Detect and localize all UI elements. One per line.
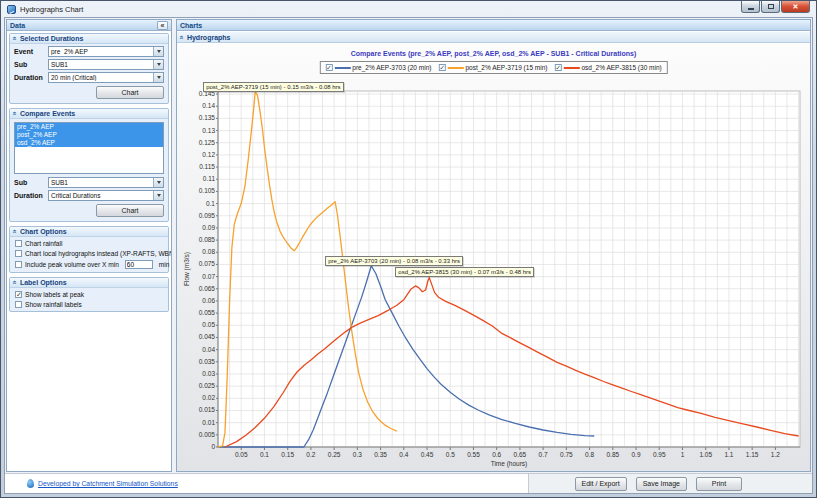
group-selected-durations: « Selected Durations Event pre_2% AEP Su… [9, 33, 169, 104]
group-label-options-header[interactable]: « Label Options [10, 278, 168, 288]
list-item[interactable]: pre_2% AEP [15, 123, 163, 131]
legend-checkbox[interactable]: ✓ [554, 64, 561, 71]
legend-checkbox[interactable]: ✓ [325, 64, 332, 71]
chart-button-selected[interactable]: Chart [96, 86, 164, 99]
checkbox[interactable] [15, 261, 22, 268]
close-button[interactable]: ✕ [781, 1, 810, 13]
compare-sub-row: Sub SUB1 [14, 177, 164, 188]
x-tick-label: 0.55 [467, 451, 480, 458]
x-tick-label: 0.8 [585, 451, 594, 458]
legend-line-swatch [334, 67, 350, 69]
dropdown-button[interactable] [153, 178, 163, 187]
sub-dropdown[interactable]: SUB1 [48, 59, 164, 70]
collapse-group-icon: « [11, 37, 18, 41]
group-compare-events-header[interactable]: « Compare Events [10, 109, 168, 119]
y-tick-label: 0.05 [202, 321, 215, 328]
maximize-button[interactable] [761, 1, 780, 13]
save-image-button[interactable]: Save Image [636, 477, 687, 491]
compare-events-list[interactable]: pre_2% AEP post_2% AEP osd_2% AEP [14, 122, 164, 174]
list-item[interactable]: osd_2% AEP [15, 139, 163, 147]
checkbox[interactable] [15, 240, 22, 247]
x-tick-label: 1 [681, 451, 685, 458]
duration-dropdown[interactable]: 20 min (Critical) [48, 72, 164, 83]
chart-button-compare[interactable]: Chart [96, 204, 164, 217]
y-tick-label: 0.14 [202, 102, 215, 109]
y-tick-label: 0.04 [202, 346, 215, 353]
sub-row: Sub SUB1 [14, 59, 164, 70]
list-item[interactable]: post_2% AEP [15, 131, 163, 139]
edit-export-button[interactable]: Edit / Export [575, 477, 627, 491]
x-tick-label: 0.3 [353, 451, 362, 458]
dropdown-button[interactable] [153, 191, 163, 200]
group-label-options: « Label Options Show labels at peak Show… [9, 277, 169, 312]
group-selected-durations-header[interactable]: « Selected Durations [10, 34, 168, 44]
legend-label: osd_2% AEP-3815 (30 min) [581, 64, 661, 71]
group-chart-options-header[interactable]: « Chart Options [10, 227, 168, 237]
chevron-down-icon [157, 63, 161, 66]
event-row: Event pre_2% AEP [14, 46, 164, 57]
x-tick-label: 1.1 [724, 451, 733, 458]
y-tick-label: 0.02 [202, 394, 215, 401]
data-panel-header: Data « [7, 20, 171, 31]
y-tick-label: 0.015 [199, 406, 216, 413]
peak-volume-minutes-input[interactable] [125, 260, 153, 269]
x-tick-label: 0.25 [328, 451, 341, 458]
legend-item-0[interactable]: ✓pre_2% AEP-3703 (20 min) [325, 64, 431, 71]
hydrographs-header[interactable]: « Hydrographs [177, 32, 810, 43]
chevron-down-icon [157, 76, 161, 79]
y-tick-label: 0.13 [202, 127, 215, 134]
x-tick-label: 0.6 [492, 451, 501, 458]
y-tick-label: 0.1 [206, 200, 215, 207]
y-tick-label: 0.075 [199, 260, 216, 267]
checkbox-show-rainfall-labels[interactable]: Show rainfall labels [15, 301, 163, 308]
legend-item-2[interactable]: ✓osd_2% AEP-3815 (30 min) [554, 64, 661, 71]
y-tick-label: 0.06 [202, 297, 215, 304]
chart-legend: ✓pre_2% AEP-3703 (20 min)✓post_2% AEP-37… [319, 61, 667, 74]
checkbox[interactable] [15, 301, 22, 308]
collapse-panel-button[interactable]: « [157, 21, 168, 30]
checkbox-peak-volume[interactable]: Include peak volume over X min min [15, 260, 163, 269]
titlebar: Hydrographs Chart ✕ [1, 1, 816, 17]
legend-item-1[interactable]: ✓post_2% AEP-3719 (15 min) [438, 64, 547, 71]
y-tick-label: 0.01 [202, 419, 215, 426]
charts-panel-title: Charts [180, 22, 202, 29]
y-tick-label: 0 [211, 443, 215, 450]
charts-panel: Charts « Hydrographs Compare Events (pre… [176, 19, 811, 472]
charts-panel-header: Charts [177, 20, 810, 31]
collapse-group-icon: « [11, 112, 18, 116]
checkbox[interactable] [15, 250, 22, 257]
dropdown-button[interactable] [153, 60, 163, 69]
y-tick-label: 0.035 [199, 358, 216, 365]
credit-area: Developed by Catchment Simulation Soluti… [5, 474, 529, 493]
legend-label: pre_2% AEP-3703 (20 min) [352, 64, 431, 71]
legend-checkbox[interactable]: ✓ [438, 64, 445, 71]
duration-label: Duration [14, 74, 48, 81]
x-tick-label: 0.05 [235, 451, 248, 458]
minimize-button[interactable] [741, 1, 760, 13]
collapse-group-icon: « [11, 230, 18, 234]
legend-label: post_2% AEP-3719 (15 min) [465, 64, 547, 71]
x-tick-label: 0.45 [421, 451, 434, 458]
credit-link[interactable]: Developed by Catchment Simulation Soluti… [38, 480, 178, 487]
y-tick-label: 0.07 [202, 273, 215, 280]
print-button[interactable]: Print [696, 477, 742, 491]
checkbox-local-hydrographs[interactable]: Chart local hydrographs instead (XP-RAFT… [15, 250, 163, 257]
compare-sub-dropdown[interactable]: SUB1 [48, 177, 164, 188]
x-tick-label: 0.9 [632, 451, 641, 458]
legend-line-swatch [563, 67, 579, 69]
dropdown-button[interactable] [153, 73, 163, 82]
x-tick-label: 1.15 [746, 451, 759, 458]
x-tick-label: 0.7 [539, 451, 548, 458]
group-chart-options: « Chart Options Chart rainfall Chart loc… [9, 226, 169, 273]
data-panel-title: Data [10, 22, 25, 29]
checkbox[interactable] [15, 291, 22, 298]
duration-label: Duration [14, 192, 48, 199]
x-tick-label: 0.65 [514, 451, 527, 458]
bottom-bar: Developed by Catchment Simulation Soluti… [5, 473, 812, 493]
checkbox-show-peak-labels[interactable]: Show labels at peak [15, 291, 163, 298]
dropdown-button[interactable] [153, 47, 163, 56]
compare-duration-dropdown[interactable]: Critical Durations [48, 190, 164, 201]
event-dropdown[interactable]: pre_2% AEP [48, 46, 164, 57]
y-tick-label: 0.08 [202, 248, 215, 255]
checkbox-chart-rainfall[interactable]: Chart rainfall [15, 240, 163, 247]
